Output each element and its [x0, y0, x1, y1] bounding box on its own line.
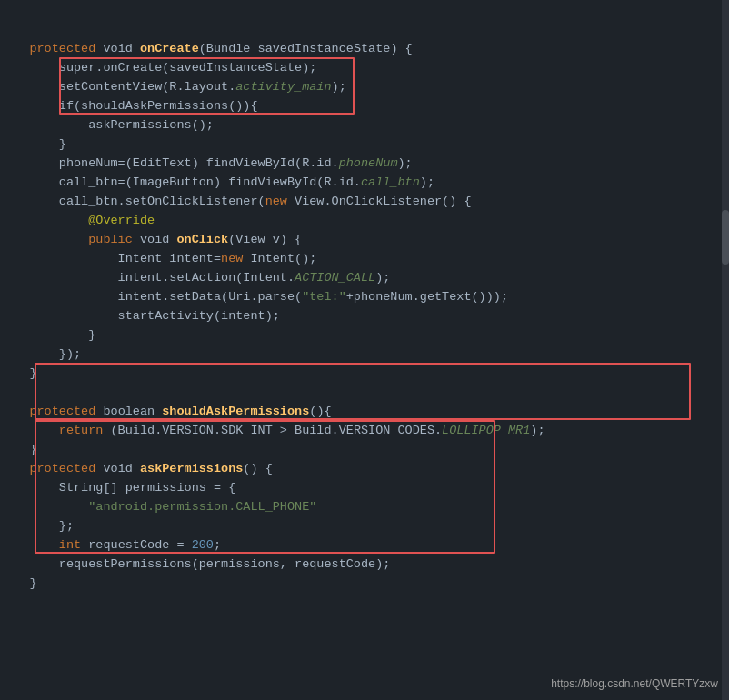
line: protected void askPermissions() { [0, 460, 729, 479]
line: } [0, 326, 729, 345]
line-content: protected boolean shouldAskPermissions()… [0, 403, 722, 422]
token: () { [243, 462, 272, 475]
token: 200 [192, 538, 214, 552]
token: View.OnClickListener() { [287, 195, 472, 208]
token: ); [420, 175, 434, 189]
token [0, 405, 29, 418]
line: } [0, 135, 729, 155]
token: setContentView(R.layout. [0, 80, 235, 94]
token: Intent intent= [0, 252, 221, 265]
token: } [0, 576, 37, 590]
token: super.onCreate(savedInstanceState); [0, 61, 316, 75]
token: String[] permissions = { [0, 481, 235, 495]
line: } [0, 441, 729, 460]
token [0, 214, 88, 227]
line: call_btn=(ImageButton) findViewById(R.id… [0, 174, 729, 193]
token [0, 462, 29, 475]
token: LOLLIPOP_MR1 [442, 424, 530, 437]
token: @Override [88, 214, 155, 227]
scrollbar-thumb[interactable] [722, 210, 729, 265]
line: protected boolean shouldAskPermissions()… [0, 403, 729, 422]
line-content: call_btn=(ImageButton) findViewById(R.id… [0, 174, 722, 193]
token: void [95, 42, 140, 55]
line: public void onClick(View v) { [0, 231, 729, 250]
line-content: @Override [0, 212, 722, 231]
line-content: phoneNum=(EditText) findViewById(R.id.ph… [0, 155, 722, 174]
token: activity_main [235, 80, 331, 94]
line-content: } [0, 441, 722, 460]
line-content: }); [0, 345, 722, 365]
token: void [95, 462, 140, 475]
token: onClick [176, 233, 228, 246]
token: phoneNum [339, 156, 398, 170]
line: Intent intent=new Intent(); [0, 250, 729, 269]
token: SDK_INT [221, 424, 273, 437]
token: new [265, 195, 287, 208]
line [0, 594, 729, 613]
token: ); [530, 424, 544, 437]
line: intent.setData(Uri.parse("tel:"+phoneNum… [0, 288, 729, 307]
token: new [221, 252, 243, 265]
token: ); [375, 271, 390, 285]
token: public [88, 233, 133, 246]
token [0, 42, 29, 55]
line-content: setContentView(R.layout.activity_main); [0, 78, 722, 97]
token: boolean [95, 405, 162, 418]
token: requestPermissions(permissions, requestC… [0, 557, 390, 571]
code-block: protected void onCreate(Bundle savedInst… [0, 0, 729, 615]
line-content: } [0, 575, 722, 594]
line: } [0, 575, 729, 594]
line: if(shouldAskPermissions()){ [0, 97, 729, 116]
scrollbar[interactable] [722, 0, 729, 700]
line: }; [0, 517, 729, 536]
line-content: startActivity(intent); [0, 307, 722, 326]
token: call_btn.setOnClickListener( [0, 195, 265, 208]
token: intent.setAction(Intent. [0, 271, 295, 285]
token: } [0, 366, 37, 380]
token: }; [0, 519, 74, 533]
token [0, 233, 88, 246]
line: startActivity(intent); [0, 307, 729, 326]
code-container: protected void onCreate(Bundle savedInst… [0, 0, 729, 700]
line-content: "android.permission.CALL_PHONE" [0, 498, 722, 517]
line-content: public void onClick(View v) { [0, 231, 722, 250]
line: super.onCreate(savedInstanceState); [0, 59, 729, 78]
line: } [0, 365, 729, 384]
token: shouldAskPermissions [162, 405, 309, 418]
token: phoneNum=(EditText) findViewById(R.id. [0, 156, 339, 170]
token: (Build.VERSION. [103, 424, 221, 437]
token: startActivity(intent); [0, 309, 280, 323]
token: "android.permission.CALL_PHONE" [88, 500, 316, 514]
line-content: return (Build.VERSION.SDK_INT > Build.VE… [0, 422, 722, 441]
token: if(shouldAskPermissions()){ [0, 99, 258, 113]
line-content: } [0, 326, 722, 345]
token: requestCode = [81, 538, 192, 552]
token: askPermissions [140, 462, 243, 475]
token: intent.setData(Uri.parse( [0, 290, 302, 304]
line-content: } [0, 135, 722, 155]
token: (Bundle savedInstanceState) { [199, 42, 413, 55]
line-content: requestPermissions(permissions, requestC… [0, 555, 722, 575]
line: @Override [0, 212, 729, 231]
token: } [0, 137, 66, 151]
token: protected [29, 405, 95, 418]
token: (){ [309, 405, 331, 418]
line: protected void onCreate(Bundle savedInst… [0, 40, 729, 59]
line-content: intent.setAction(Intent.ACTION_CALL); [0, 269, 722, 288]
line [0, 384, 729, 403]
token: (View v) { [228, 233, 302, 246]
token: "tel:" [302, 290, 346, 304]
token: ); [397, 156, 412, 170]
token: +phoneNum.getText())); [346, 290, 508, 304]
line: "android.permission.CALL_PHONE" [0, 498, 729, 517]
line-content: intent.setData(Uri.parse("tel:"+phoneNum… [0, 288, 722, 307]
line: requestPermissions(permissions, requestC… [0, 555, 729, 575]
token: call_btn [361, 175, 420, 189]
line-content: if(shouldAskPermissions()){ [0, 97, 722, 116]
token [0, 500, 88, 514]
line: askPermissions(); [0, 116, 729, 135]
token: ; [214, 538, 221, 552]
line-content: super.onCreate(savedInstanceState); [0, 59, 722, 78]
line: int requestCode = 200; [0, 536, 729, 555]
token: ACTION_CALL [295, 271, 375, 285]
